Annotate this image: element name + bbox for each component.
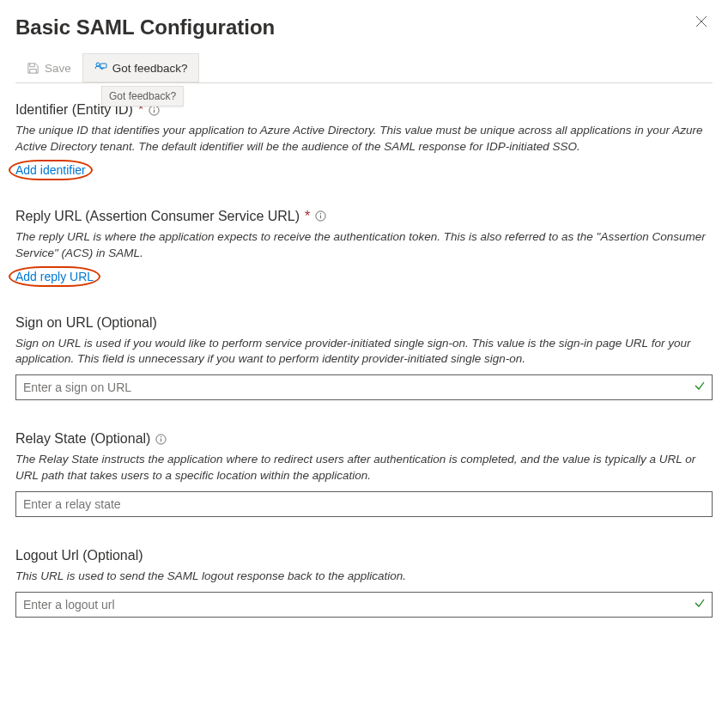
sign-on-url-label-text: Sign on URL (Optional) <box>15 315 157 331</box>
feedback-label: Got feedback? <box>112 62 188 75</box>
close-button[interactable] <box>694 15 709 31</box>
section-relay-state: Relay State (Optional) The Relay State i… <box>15 431 713 517</box>
close-icon <box>695 15 707 31</box>
logout-url-input[interactable] <box>15 592 713 618</box>
section-reply-url: Reply URL (Assertion Consumer Service UR… <box>15 209 713 284</box>
required-star: * <box>305 209 310 224</box>
svg-point-7 <box>161 436 161 437</box>
save-icon <box>27 62 39 75</box>
feedback-button[interactable]: Got feedback? <box>82 53 199 82</box>
save-label: Save <box>45 62 71 75</box>
toolbar: Save Got feedback? Got feedback? <box>15 53 713 83</box>
logout-url-desc: This URL is used to send the SAML logout… <box>15 569 713 585</box>
relay-state-desc: The Relay State instructs the applicatio… <box>15 452 713 484</box>
relay-state-input[interactable] <box>15 491 713 517</box>
reply-url-desc: The reply URL is where the application e… <box>15 229 713 262</box>
reply-url-label-text: Reply URL (Assertion Consumer Service UR… <box>15 209 300 224</box>
svg-point-5 <box>320 213 321 214</box>
section-sign-on-url: Sign on URL (Optional) Sign on URL is us… <box>15 315 713 401</box>
sign-on-url-desc: Sign on URL is used if you would like to… <box>15 336 713 368</box>
save-button: Save <box>15 53 82 82</box>
relay-state-label: Relay State (Optional) <box>15 431 713 447</box>
svg-rect-1 <box>100 64 106 68</box>
identifier-desc: The unique ID that identifies your appli… <box>15 123 713 155</box>
add-identifier-link[interactable]: Add identifier <box>15 163 86 177</box>
info-icon[interactable] <box>315 210 326 222</box>
logout-url-label-text: Logout Url (Optional) <box>15 548 143 563</box>
relay-state-label-text: Relay State (Optional) <box>15 431 150 447</box>
sign-on-url-input[interactable] <box>15 374 713 400</box>
sign-on-url-label: Sign on URL (Optional) <box>15 315 713 331</box>
reply-url-label: Reply URL (Assertion Consumer Service UR… <box>15 209 713 224</box>
feedback-tooltip: Got feedback? <box>101 86 184 107</box>
section-logout-url: Logout Url (Optional) This URL is used t… <box>15 548 713 618</box>
page-title: Basic SAML Configuration <box>15 15 713 40</box>
svg-point-0 <box>96 63 100 66</box>
add-reply-url-link[interactable]: Add reply URL <box>15 270 94 283</box>
section-identifier: Identifier (Entity ID) * The unique ID t… <box>15 102 713 178</box>
logout-url-label: Logout Url (Optional) <box>15 548 713 563</box>
info-icon[interactable] <box>155 434 167 445</box>
svg-point-3 <box>154 107 155 108</box>
feedback-icon <box>94 61 107 75</box>
